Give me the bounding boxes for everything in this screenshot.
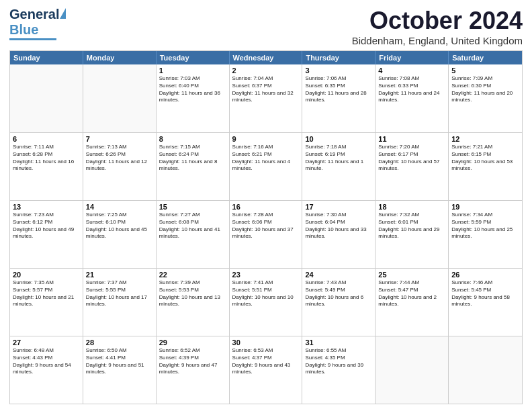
cell-info: Sunrise: 7:08 AM Sunset: 6:33 PM Dayligh… (378, 75, 445, 104)
day-number: 7 (86, 135, 153, 143)
cal-cell: 15Sunrise: 7:27 AM Sunset: 6:08 PM Dayli… (157, 201, 230, 268)
cell-info: Sunrise: 7:25 AM Sunset: 6:10 PM Dayligh… (86, 212, 153, 240)
cell-info: Sunrise: 6:53 AM Sunset: 4:37 PM Dayligh… (232, 347, 300, 376)
location: Biddenham, England, United Kingdom (352, 35, 523, 46)
cell-info: Sunrise: 6:52 AM Sunset: 4:39 PM Dayligh… (159, 347, 226, 376)
cell-info: Sunrise: 7:32 AM Sunset: 6:01 PM Dayligh… (378, 212, 445, 240)
day-number: 1 (159, 66, 226, 75)
calendar-week-1: 1Sunrise: 7:03 AM Sunset: 6:40 PM Daylig… (10, 64, 522, 132)
cal-cell: 31Sunrise: 6:55 AM Sunset: 4:35 PM Dayli… (302, 336, 375, 404)
month-title: October 2024 (352, 7, 523, 35)
cal-cell: 19Sunrise: 7:34 AM Sunset: 5:59 PM Dayli… (449, 201, 522, 268)
cell-info: Sunrise: 7:43 AM Sunset: 5:49 PM Dayligh… (305, 279, 372, 308)
cal-cell: 18Sunrise: 7:32 AM Sunset: 6:01 PM Dayli… (375, 201, 449, 268)
day-number: 14 (86, 203, 153, 211)
day-number: 29 (159, 338, 226, 347)
cal-cell: 24Sunrise: 7:43 AM Sunset: 5:49 PM Dayli… (302, 269, 375, 336)
calendar-week-5: 27Sunrise: 6:48 AM Sunset: 4:43 PM Dayli… (10, 336, 522, 404)
cell-info: Sunrise: 7:23 AM Sunset: 6:12 PM Dayligh… (13, 212, 80, 240)
cell-info: Sunrise: 7:41 AM Sunset: 5:51 PM Dayligh… (232, 279, 300, 308)
cal-cell: 2Sunrise: 7:04 AM Sunset: 6:37 PM Daylig… (230, 64, 303, 132)
cell-info: Sunrise: 7:44 AM Sunset: 5:47 PM Dayligh… (378, 279, 445, 308)
header: General Blue October 2024 Biddenham, Eng… (9, 7, 523, 46)
day-number: 27 (13, 338, 80, 347)
cell-info: Sunrise: 7:11 AM Sunset: 6:28 PM Dayligh… (13, 144, 80, 173)
day-number: 3 (305, 66, 372, 75)
header-monday: Monday (83, 51, 157, 64)
cell-info: Sunrise: 6:55 AM Sunset: 4:35 PM Dayligh… (305, 347, 372, 376)
logo-underline (9, 38, 56, 40)
cell-info: Sunrise: 7:04 AM Sunset: 6:37 PM Dayligh… (232, 75, 300, 104)
cell-info: Sunrise: 7:18 AM Sunset: 6:19 PM Dayligh… (305, 144, 372, 173)
calendar-header: Sunday Monday Tuesday Wednesday Thursday… (10, 51, 522, 64)
logo-blue: Blue (9, 22, 38, 38)
day-number: 13 (13, 203, 80, 211)
calendar-week-3: 13Sunrise: 7:23 AM Sunset: 6:12 PM Dayli… (10, 200, 522, 268)
day-number: 30 (232, 338, 300, 347)
cal-cell (449, 336, 522, 404)
calendar-week-4: 20Sunrise: 7:35 AM Sunset: 5:57 PM Dayli… (10, 268, 522, 336)
cal-cell: 23Sunrise: 7:41 AM Sunset: 5:51 PM Dayli… (230, 269, 303, 336)
day-number: 22 (159, 271, 226, 279)
cell-info: Sunrise: 6:50 AM Sunset: 4:41 PM Dayligh… (86, 347, 153, 376)
logo-triangle-icon (60, 8, 66, 19)
day-number: 19 (451, 203, 519, 211)
day-number: 2 (232, 66, 300, 75)
calendar-body: 1Sunrise: 7:03 AM Sunset: 6:40 PM Daylig… (10, 64, 522, 404)
cell-info: Sunrise: 7:13 AM Sunset: 6:26 PM Dayligh… (86, 144, 153, 173)
day-number: 15 (159, 203, 226, 211)
cell-info: Sunrise: 7:30 AM Sunset: 6:04 PM Dayligh… (305, 212, 372, 240)
day-number: 5 (451, 66, 519, 75)
day-number: 25 (378, 271, 445, 279)
cal-cell: 8Sunrise: 7:15 AM Sunset: 6:24 PM Daylig… (157, 133, 230, 200)
cal-cell: 1Sunrise: 7:03 AM Sunset: 6:40 PM Daylig… (157, 64, 230, 132)
day-number: 31 (305, 338, 372, 347)
header-tuesday: Tuesday (157, 51, 230, 64)
cal-cell: 13Sunrise: 7:23 AM Sunset: 6:12 PM Dayli… (10, 201, 83, 268)
cal-cell: 22Sunrise: 7:39 AM Sunset: 5:53 PM Dayli… (157, 269, 230, 336)
cal-cell: 27Sunrise: 6:48 AM Sunset: 4:43 PM Dayli… (10, 336, 83, 404)
day-number: 9 (232, 135, 300, 143)
header-friday: Friday (375, 51, 449, 64)
cell-info: Sunrise: 7:27 AM Sunset: 6:08 PM Dayligh… (159, 212, 226, 240)
day-number: 12 (451, 135, 519, 143)
cal-cell: 6Sunrise: 7:11 AM Sunset: 6:28 PM Daylig… (10, 133, 83, 200)
header-sunday: Sunday (10, 51, 83, 64)
logo-general: General (9, 7, 59, 21)
cal-cell: 17Sunrise: 7:30 AM Sunset: 6:04 PM Dayli… (302, 201, 375, 268)
cal-cell: 29Sunrise: 6:52 AM Sunset: 4:39 PM Dayli… (157, 336, 230, 404)
day-number: 17 (305, 203, 372, 211)
cal-cell: 21Sunrise: 7:37 AM Sunset: 5:55 PM Dayli… (83, 269, 157, 336)
calendar-week-2: 6Sunrise: 7:11 AM Sunset: 6:28 PM Daylig… (10, 132, 522, 200)
cal-cell: 12Sunrise: 7:21 AM Sunset: 6:15 PM Dayli… (449, 133, 522, 200)
day-number: 8 (159, 135, 226, 143)
cell-info: Sunrise: 7:35 AM Sunset: 5:57 PM Dayligh… (13, 279, 80, 308)
logo: General Blue (9, 7, 59, 40)
cell-info: Sunrise: 7:39 AM Sunset: 5:53 PM Dayligh… (159, 279, 226, 308)
cal-cell: 10Sunrise: 7:18 AM Sunset: 6:19 PM Dayli… (302, 133, 375, 200)
cal-cell: 5Sunrise: 7:09 AM Sunset: 6:30 PM Daylig… (449, 64, 522, 132)
cal-cell (375, 336, 449, 404)
cal-cell: 26Sunrise: 7:46 AM Sunset: 5:45 PM Dayli… (449, 269, 522, 336)
day-number: 26 (451, 271, 519, 279)
cell-info: Sunrise: 7:15 AM Sunset: 6:24 PM Dayligh… (159, 144, 226, 173)
cal-cell: 14Sunrise: 7:25 AM Sunset: 6:10 PM Dayli… (83, 201, 157, 268)
cell-info: Sunrise: 6:48 AM Sunset: 4:43 PM Dayligh… (13, 347, 80, 376)
cal-cell (83, 64, 157, 132)
cal-cell: 4Sunrise: 7:08 AM Sunset: 6:33 PM Daylig… (375, 64, 449, 132)
day-number: 24 (305, 271, 372, 279)
cell-info: Sunrise: 7:37 AM Sunset: 5:55 PM Dayligh… (86, 279, 153, 308)
cal-cell: 11Sunrise: 7:20 AM Sunset: 6:17 PM Dayli… (375, 133, 449, 200)
cell-info: Sunrise: 7:46 AM Sunset: 5:45 PM Dayligh… (451, 279, 519, 308)
header-wednesday: Wednesday (230, 51, 303, 64)
cell-info: Sunrise: 7:16 AM Sunset: 6:21 PM Dayligh… (232, 144, 300, 173)
cal-cell: 16Sunrise: 7:28 AM Sunset: 6:06 PM Dayli… (230, 201, 303, 268)
day-number: 20 (13, 271, 80, 279)
cell-info: Sunrise: 7:34 AM Sunset: 5:59 PM Dayligh… (451, 212, 519, 240)
cell-info: Sunrise: 7:28 AM Sunset: 6:06 PM Dayligh… (232, 212, 300, 240)
day-number: 4 (378, 66, 445, 75)
cal-cell: 25Sunrise: 7:44 AM Sunset: 5:47 PM Dayli… (375, 269, 449, 336)
cal-cell (10, 64, 83, 132)
day-number: 21 (86, 271, 153, 279)
day-number: 6 (13, 135, 80, 143)
